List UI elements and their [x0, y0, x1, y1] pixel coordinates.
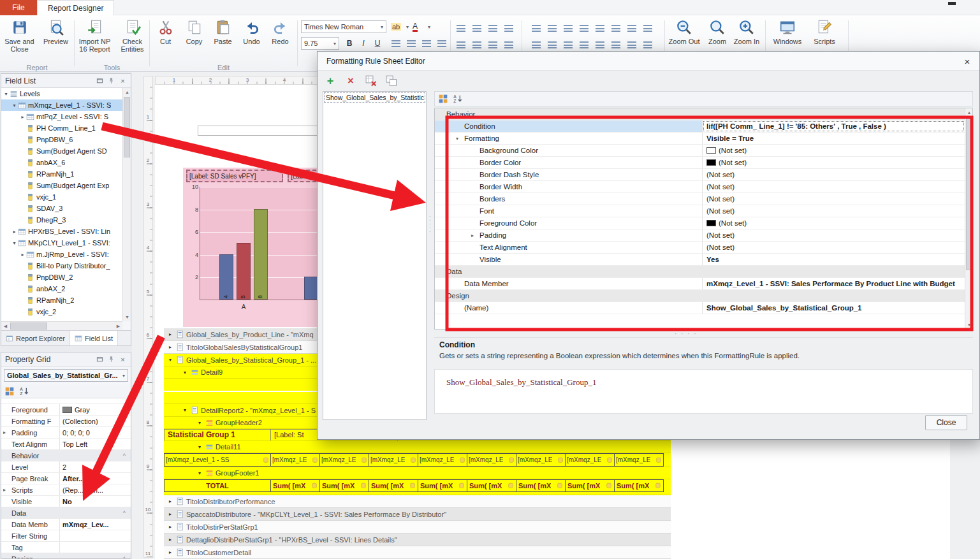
data-cell[interactable]: [mXmqz_LE [369, 453, 418, 467]
layout-tool-icon[interactable] [486, 38, 500, 51]
tab-report-explorer[interactable]: Report Explorer [1, 331, 70, 345]
tab-field-list[interactable]: Field List [70, 331, 118, 345]
scroll-thumb[interactable] [10, 323, 47, 330]
property-row-borders[interactable]: Borders(Not set) [435, 193, 965, 205]
band-titolocustomerdetail[interactable]: ▸TitoloCustomerDetail [164, 546, 671, 559]
fieldlist-item-pnpdbw-2[interactable]: PnpDBW_2 [1, 272, 122, 283]
expander-icon[interactable]: ▸ [471, 233, 474, 238]
property-row-formatting-f[interactable]: Formatting F(Collection) [1, 416, 131, 427]
tree-expander-icon[interactable]: ▸ [11, 229, 18, 235]
property-category-behavior[interactable]: Behavior [435, 108, 965, 120]
paragraph-align-icon[interactable] [420, 37, 434, 50]
paragraph-align-icon[interactable] [389, 37, 403, 50]
property-row-text-alignment[interactable]: Text Alignment(Not set) [435, 242, 965, 254]
alphabetical-sort-icon[interactable]: AZ [453, 94, 463, 104]
property-row-border-width[interactable]: Border Width(Not set) [435, 181, 965, 193]
band-titolodistributorperformance[interactable]: ▸TitoloDistributorPerformance [164, 495, 671, 508]
category-view-icon[interactable] [4, 386, 15, 396]
fieldlist-item-mxmqz-level-1-ssvi-s[interactable]: ▾mXmqz_Level_1 - SSVI: S [1, 99, 122, 111]
window-minimize-icon[interactable] [948, 2, 956, 5]
collapse-icon[interactable]: ^ [123, 453, 126, 459]
property-row-condition[interactable]: ConditionIif([PH Comm_ Line_1] != '85: O… [435, 120, 965, 133]
scroll-thumb[interactable] [966, 117, 972, 270]
band-spaccatodistributore-mkpclyt-level-1-ssvi-[interactable]: ▸SpaccatoDistributore - "MKpCLYt_Level_1… [164, 508, 671, 521]
band-expander-icon[interactable]: ▾ [196, 420, 203, 426]
property-category-design[interactable]: Design^ [1, 553, 131, 558]
scroll-thumb[interactable] [124, 97, 130, 157]
property-row-text-alignm[interactable]: Text AlignmTop Left [1, 439, 131, 450]
property-category-data[interactable]: Data^ [1, 507, 131, 519]
ribbon-button-save-and-close[interactable]: Save and Close [2, 17, 37, 68]
property-row-data-member[interactable]: Data MembermXmqz_Level_1 - SSVI: Sales P… [435, 278, 965, 290]
property-row-name[interactable]: (Name)Show_Global_Sales_by_Statistical_G… [435, 302, 965, 314]
chart-bar[interactable] [304, 277, 318, 300]
layout-tool-icon[interactable] [486, 22, 500, 34]
layout-tool-icon[interactable] [609, 38, 623, 51]
band-expander-icon[interactable]: ▸ [166, 511, 174, 517]
expression-preview[interactable]: Show_Global_Sales_by_Statistical_Group_1 [434, 369, 973, 414]
layout-tool-icon[interactable] [454, 22, 468, 34]
vertical-scrollbar[interactable]: ▲ ▼ [122, 88, 131, 321]
chart-bar[interactable]: 5 [237, 243, 251, 300]
tree-expander-icon[interactable]: ▾ [11, 103, 18, 108]
ribbon-button-paste[interactable]: Paste [209, 17, 237, 68]
layout-tool-icon[interactable] [502, 22, 516, 34]
data-cell[interactable]: [mXmqz_LE [614, 453, 664, 467]
layout-tool-icon[interactable] [593, 22, 607, 34]
ribbon-button-redo[interactable]: Redo [267, 17, 294, 68]
band-expander-icon[interactable]: ▸ [166, 344, 174, 350]
layout-tool-icon[interactable] [561, 38, 575, 51]
fieldlist-item-ph-comm-line-1[interactable]: PH Comm_ Line_1 [1, 122, 122, 134]
layout-tool-icon[interactable] [454, 38, 468, 51]
fieldlist-item-m-jjrmp-level-ssvi[interactable]: ▸m.JjRmp_Level - SSVI: [1, 249, 122, 260]
layout-tool-icon[interactable] [625, 38, 639, 51]
dialog-close-icon[interactable]: × [960, 55, 974, 68]
band-expander-icon[interactable]: ▾ [196, 444, 203, 450]
alphabetical-sort-icon[interactable]: AZ [19, 386, 29, 396]
font-name-combobox[interactable]: Times New Roman▾ [301, 20, 386, 33]
property-row-font[interactable]: Font(Not set) [435, 205, 965, 217]
band-groupfooter1[interactable]: ▾GroupFooter1 [164, 467, 671, 479]
bold-button[interactable]: B [343, 37, 356, 50]
delete-unused-rules-button[interactable] [365, 75, 377, 87]
layout-tool-icon[interactable] [577, 38, 591, 51]
paragraph-align-icon[interactable] [435, 37, 449, 50]
property-row-font[interactable]: FontTimes New Rom [1, 398, 131, 404]
property-row-padding[interactable]: ▸Padding(Not set) [435, 229, 965, 242]
property-row-page-break[interactable]: Page BreakAfter... Band [1, 473, 131, 484]
data-cell[interactable]: Sum( [mX [565, 479, 615, 492]
dialog-titlebar[interactable]: Formatting Rule Sheet Editor [318, 52, 979, 71]
fieldlist-item-mkpclyt-level-1-ssvi[interactable]: ▾MKpCLYt_Level_1 - SSVI: [1, 237, 122, 249]
data-cell[interactable]: [mXmqz_LE [467, 453, 516, 467]
chart-bar[interactable]: 4 [219, 254, 233, 300]
expander-icon[interactable]: ▸ [3, 430, 6, 435]
data-cell[interactable]: Sum( [mX [418, 479, 467, 492]
property-row-level[interactable]: Level2 [1, 461, 131, 473]
rules-list[interactable]: Show_Global_Sales_by_Statistic [323, 91, 427, 420]
scroll-up-icon[interactable]: ▲ [965, 108, 973, 117]
scroll-right-icon[interactable]: ▶ [114, 322, 122, 330]
property-category-data[interactable]: Data [435, 266, 965, 278]
underline-button[interactable]: U [371, 37, 384, 50]
property-row-filter-string[interactable]: Filter String [1, 530, 131, 542]
ribbon-button-copy[interactable]: Copy [180, 17, 208, 68]
fieldlist-item-sum-budget-agent-exp[interactable]: Sum(Budget Agent Exp [1, 180, 122, 191]
property-row-data-memb[interactable]: Data MembmXmqz_Lev... [1, 519, 131, 530]
file-menu-button[interactable]: File [0, 0, 37, 15]
collapse-icon[interactable]: ^ [123, 556, 126, 559]
scroll-down-icon[interactable]: ▼ [123, 313, 131, 321]
band-total[interactable]: TOTALSum( [mXSum( [mXSum( [mXSum( [mXSum… [164, 479, 671, 495]
band-detail11[interactable]: ▾Detail11 [164, 441, 671, 453]
layout-tool-icon[interactable] [529, 22, 543, 34]
property-category-design[interactable]: Design [435, 290, 965, 302]
ribbon-button-undo[interactable]: Undo [238, 17, 265, 68]
tab-report-designer[interactable]: Report Designer [37, 0, 114, 15]
tree-expander-icon[interactable]: ▸ [19, 252, 26, 258]
fieldlist-item-sum-budget-agent-sd[interactable]: Sum(Budget Agent SD [1, 145, 122, 157]
fieldlist-item-hpxrbs-level-ssvi-lin[interactable]: ▸HPXrBS_Level - SSVI: Lin [1, 226, 122, 237]
chart-title-label[interactable]: [Label: SD Sales vPFY] [186, 170, 283, 182]
band-expander-icon[interactable]: ▾ [166, 357, 174, 363]
layout-tool-icon[interactable] [470, 22, 484, 34]
band-expander-icon[interactable]: ▸ [166, 331, 174, 337]
close-button[interactable]: Close [925, 415, 967, 430]
